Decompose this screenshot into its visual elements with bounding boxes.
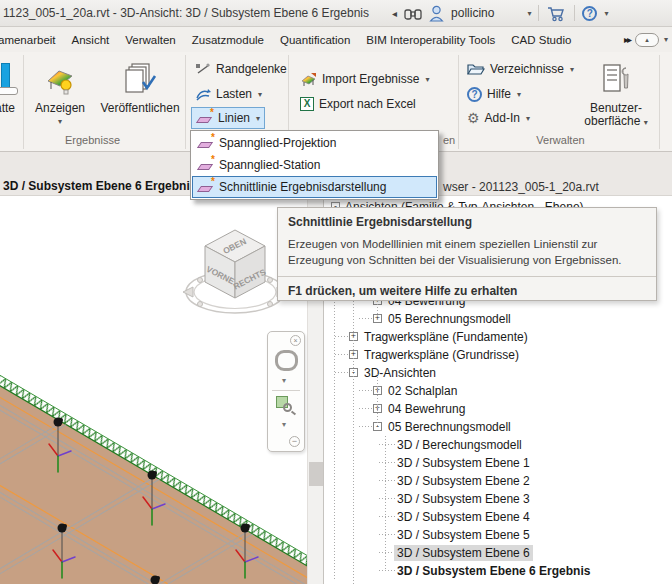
cart-icon[interactable] — [546, 5, 567, 22]
menu-item-spannglied-projektion[interactable]: *Spannglied-Projektion — [192, 132, 437, 154]
tendon-line-icon: * — [197, 137, 214, 150]
tooltip-body-line1: Erzeugen von Modelllinien mit einem spez… — [288, 236, 646, 252]
tree-row-02-schalplan[interactable]: +02 Schalplan — [323, 382, 672, 400]
tree-row-3d-subsystem-ebene-3[interactable]: 3D / Subsystem Ebene 3 — [323, 490, 672, 508]
viewcube[interactable]: OBEN VORNE RECHTS — [183, 218, 287, 326]
import-ergebnisse-button[interactable]: Import Ergebnisse ▾ — [296, 68, 433, 90]
panel-separator — [185, 55, 186, 149]
lasten-caret-icon: ▾ — [258, 90, 262, 99]
platte-button[interactable]: atte — [0, 56, 26, 134]
tooltip-body-line2: Erzeugung von Schnitten bei der Visualis… — [288, 252, 646, 268]
lasten-icon — [195, 87, 211, 101]
tendon-line-icon: * — [197, 159, 214, 172]
benutzeroberflaeche-caret-icon: ▾ — [644, 118, 648, 127]
tab-verwalten[interactable]: Verwalten — [117, 34, 184, 46]
tree-row-3d-berechungsmodell[interactable]: 3D / Berechungsmodell — [323, 436, 672, 454]
ribbon-state-caret-icon[interactable]: ▾ — [664, 35, 668, 44]
project-browser-title-fragment: wser - 201123_005-1_20a.rvt — [443, 180, 599, 194]
navbar-close-icon[interactable]: × — [290, 335, 301, 346]
navbar-divider — [272, 390, 300, 391]
panel-label-fragment: en — [443, 134, 463, 149]
tab-zusatzmodule[interactable]: Zusatzmodule — [184, 34, 272, 46]
linien-dropdown-menu: *Spannglied-Projektion*Spannglied-Statio… — [190, 130, 439, 200]
user-icon[interactable] — [429, 5, 444, 22]
collapse-chevron-icon[interactable]: ◂ — [392, 8, 397, 19]
linien-icon: * — [196, 112, 213, 125]
revit-window: 1123_005-1_20a.rvt - 3D-Ansicht: 3D / Su… — [0, 0, 672, 584]
excel-icon: X — [300, 97, 314, 111]
tree-row-05-berechnungsmodell[interactable]: +05 Berechnungsmodell — [323, 310, 672, 328]
panel-label-verwalten[interactable]: Verwalten — [462, 134, 659, 149]
tab-amenarbeit[interactable]: amenarbeit — [0, 34, 64, 46]
import-results-icon — [300, 72, 317, 87]
tooltip: Schnittlinie Ergebnisdarstellung Erzeuge… — [277, 207, 657, 301]
hilfe-button[interactable]: ? Hilfe ▾ — [463, 83, 525, 105]
navbar-collapse-icon[interactable]: − — [289, 436, 300, 447]
wheel-caret-icon[interactable]: ▾ — [282, 376, 286, 385]
zoom-region-icon[interactable] — [276, 396, 296, 416]
results-display-icon — [45, 56, 75, 102]
active-view-tab[interactable]: 3D / Subsystem Ebene 6 Ergebnis — [3, 179, 196, 193]
tree-guide — [385, 436, 386, 571]
tab-bim-interoperability-tools[interactable]: BIM Interoperability Tools — [358, 34, 503, 46]
tree-row-3d-subsystem-ebene-6[interactable]: 3D / Subsystem Ebene 6 — [323, 544, 672, 562]
add-in-button[interactable]: ⚙ Add-In ▾ — [463, 107, 534, 129]
zoom-caret-icon[interactable]: ▾ — [282, 420, 286, 429]
navigation-bar: × ▾ ▾ − — [267, 331, 305, 452]
menu-item-spannglied-station[interactable]: *Spannglied-Station — [192, 154, 437, 176]
steering-wheel-icon[interactable] — [275, 350, 298, 371]
signed-in-user[interactable]: pollicino — [451, 6, 494, 20]
verzeichnisse-caret-icon: ▾ — [570, 65, 574, 74]
tree-guide — [353, 292, 354, 584]
menu-item-schnittlinie-ergebnisdarstellung[interactable]: *Schnittlinie Ergebnisdarstellung — [192, 176, 437, 198]
titlebar-divider — [574, 5, 575, 21]
tab-cad-studio[interactable]: CAD Studio — [503, 34, 579, 46]
anzeigen-button[interactable]: Anzeigen ▾ — [24, 56, 96, 134]
add-in-caret-icon: ▾ — [526, 114, 530, 123]
tree-row-05-berechnungsmodell[interactable]: -05 Berechnungsmodell — [323, 418, 672, 436]
linien-caret-icon: ▾ — [256, 114, 260, 123]
verzeichnisse-button[interactable]: Verzeichnisse ▾ — [463, 58, 578, 80]
tooltip-footer: F1 drücken, um weitere Hilfe zu erhalten — [288, 284, 646, 298]
tab-overflow-chevrons-icon[interactable]: ▸▸ — [624, 34, 630, 45]
veroeffentlichen-button[interactable]: Veröffentlichen — [98, 56, 182, 134]
anzeigen-caret-icon: ▾ — [58, 115, 62, 128]
tree-row-3d-subsystem-ebene-6-ergebnis[interactable]: 3D / Subsystem Ebene 6 Ergebnis — [323, 562, 672, 580]
tree-row-3d-ansichten[interactable]: -3D-Ansichten — [323, 364, 672, 382]
title-bar: 1123_005-1_20a.rvt - 3D-Ansicht: 3D / Su… — [0, 0, 672, 27]
folder-icon — [467, 62, 485, 76]
export-nach-excel-button[interactable]: X Export nach Excel — [296, 93, 420, 115]
tree-row-tragwerkspläne-grundrisse[interactable]: +Tragwerkspläne (Grundrisse) — [323, 346, 672, 364]
user-menu-caret-icon[interactable]: ▾ — [527, 9, 531, 18]
help-menu-caret-icon[interactable]: ▾ — [604, 9, 608, 18]
benutzeroberflaeche-button[interactable]: Benutzer- oberfläche ▾ — [576, 56, 656, 134]
hilfe-icon: ? — [467, 87, 482, 102]
gear-icon: ⚙ — [467, 111, 480, 125]
randgelenke-button[interactable]: Randgelenke — [191, 58, 291, 80]
help-icon[interactable]: ? — [582, 6, 597, 21]
ribbon-tab-bar: amenarbeitAnsichtVerwaltenZusatzmoduleQu… — [0, 27, 672, 52]
tree-row-tragwerkspläne-fundamente[interactable]: +Tragwerkspläne (Fundamente) — [323, 328, 672, 346]
tooltip-title: Schnittlinie Ergebnisdarstellung — [288, 215, 646, 229]
import-caret-icon: ▾ — [425, 75, 429, 84]
tab-quantification[interactable]: Quantification — [272, 34, 358, 46]
tree-row-04-bewehrung[interactable]: +04 Bewehrung — [323, 400, 672, 418]
scrollbar-thumb[interactable] — [309, 462, 323, 486]
tooltip-separator — [278, 276, 656, 277]
lasten-button[interactable]: Lasten ▾ — [191, 83, 266, 105]
user-interface-icon — [599, 56, 633, 102]
project-browser-tree: +04 Bewehrung+05 Berechnungsmodell+Tragw… — [323, 292, 672, 584]
search-binoculars-icon[interactable] — [404, 6, 422, 21]
linien-button[interactable]: * Linien ▾ — [191, 107, 265, 129]
tab-ansicht[interactable]: Ansicht — [64, 34, 118, 46]
tree-row-11-architektur[interactable]: +11 Architektur — [323, 580, 672, 584]
tree-guide — [377, 374, 378, 427]
minimize-ribbon-button[interactable]: ▴ — [635, 33, 659, 47]
tree-row-3d-subsystem-ebene-2[interactable]: 3D / Subsystem Ebene 2 — [323, 472, 672, 490]
window-title: 1123_005-1_20a.rvt - 3D-Ansicht: 3D / Su… — [3, 6, 369, 20]
panel-separator — [659, 55, 660, 149]
tree-row-3d-subsystem-ebene-1[interactable]: 3D / Subsystem Ebene 1 — [323, 454, 672, 472]
tree-row-3d-subsystem-ebene-4[interactable]: 3D / Subsystem Ebene 4 — [323, 508, 672, 526]
panel-label-ergebnisse[interactable]: Ergebnisse — [0, 134, 185, 149]
tree-row-3d-subsystem-ebene-5[interactable]: 3D / Subsystem Ebene 5 — [323, 526, 672, 544]
